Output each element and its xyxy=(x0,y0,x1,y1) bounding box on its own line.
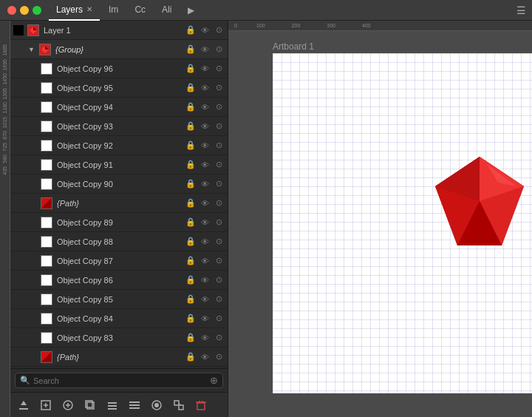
item-visibility-icon-5[interactable]: 👁 xyxy=(199,160,211,169)
item-lock-icon-11: 🔒 xyxy=(185,275,197,285)
flatten-button[interactable] xyxy=(102,396,123,415)
layer-item-1[interactable]: Object Copy 95 🔒 👁 ⊙ xyxy=(10,78,228,98)
item-name-10: Object Copy 87 xyxy=(57,257,185,265)
tab-layers-close[interactable]: ✕ xyxy=(86,5,92,13)
item-options-icon-12[interactable]: ⊙ xyxy=(213,294,225,304)
item-options-icon-10[interactable]: ⊙ xyxy=(213,256,225,265)
item-visibility-icon-3[interactable]: 👁 xyxy=(199,122,211,131)
svg-point-21 xyxy=(154,403,159,407)
item-visibility-icon-1[interactable]: 👁 xyxy=(199,84,211,92)
expand-button[interactable] xyxy=(33,6,41,15)
shape-button[interactable] xyxy=(168,396,189,415)
layer-item-5[interactable]: Object Copy 91 🔒 👁 ⊙ xyxy=(10,155,228,174)
obj-thumb xyxy=(41,63,52,75)
svg-rect-17 xyxy=(129,401,140,403)
close-button[interactable] xyxy=(7,6,16,15)
new-layer-button[interactable] xyxy=(35,396,56,415)
group-icon xyxy=(39,44,51,55)
mask-button[interactable] xyxy=(146,396,167,415)
visibility-icon[interactable]: 👁 xyxy=(199,26,211,35)
item-visibility-icon-12[interactable]: 👁 xyxy=(199,295,211,304)
layer-item-3[interactable]: Object Copy 93 🔒 👁 ⊙ xyxy=(10,117,228,136)
options-icon[interactable]: ⊙ xyxy=(213,25,225,35)
layer-item-14[interactable]: Object Copy 83 🔒 👁 ⊙ xyxy=(10,328,228,348)
add-group-button[interactable] xyxy=(58,396,78,415)
tab-im[interactable]: Im xyxy=(101,0,126,21)
tab-ali[interactable]: Ali xyxy=(154,0,179,21)
item-options-icon-3[interactable]: ⊙ xyxy=(213,121,225,131)
item-icons-4: 🔒 👁 ⊙ xyxy=(185,140,225,150)
item-visibility-icon-13[interactable]: 👁 xyxy=(199,314,211,323)
item-visibility-icon-4[interactable]: 👁 xyxy=(199,141,211,150)
svg-rect-4 xyxy=(19,408,28,410)
item-icons-3: 🔒 👁 ⊙ xyxy=(185,121,225,131)
item-options-icon-4[interactable]: ⊙ xyxy=(213,140,225,150)
tab-overflow[interactable]: ▶ xyxy=(180,5,201,16)
item-options-icon-13[interactable]: ⊙ xyxy=(213,313,225,323)
layer-item-4[interactable]: Object Copy 92 🔒 👁 ⊙ xyxy=(10,136,228,155)
artboard[interactable] xyxy=(273,53,532,393)
item-visibility-icon-2[interactable]: 👁 xyxy=(199,103,211,112)
item-options-icon-9[interactable]: ⊙ xyxy=(213,237,225,246)
group-header[interactable]: ▼ {Group} 🔒 👁 ⊙ xyxy=(10,40,228,59)
tab-layers[interactable]: Layers ✕ xyxy=(49,0,100,21)
obj-thumb xyxy=(41,121,52,132)
expand-arrow[interactable]: ▼ xyxy=(28,46,38,53)
layer-item-12[interactable]: Object Copy 85 🔒 👁 ⊙ xyxy=(10,290,228,309)
tab-cc[interactable]: Cc xyxy=(127,0,153,21)
layer-item-9[interactable]: Object Copy 88 🔒 👁 ⊙ xyxy=(10,232,228,251)
item-options-icon-6[interactable]: ⊙ xyxy=(213,179,225,189)
layer-item-7[interactable]: {Path} 🔒 👁 ⊙ xyxy=(10,194,228,213)
duplicate-button[interactable] xyxy=(80,396,100,415)
item-visibility-icon-9[interactable]: 👁 xyxy=(199,237,211,246)
group-options-icon[interactable]: ⊙ xyxy=(213,44,225,54)
item-options-icon-11[interactable]: ⊙ xyxy=(213,275,225,285)
item-visibility-icon-0[interactable]: 👁 xyxy=(199,64,211,73)
item-visibility-icon-7[interactable]: 👁 xyxy=(199,199,211,208)
item-options-icon-14[interactable]: ⊙ xyxy=(213,333,225,342)
layer-item-0[interactable]: Object Copy 96 🔒 👁 ⊙ xyxy=(10,59,228,78)
search-icon: 🔍 xyxy=(20,376,30,385)
canvas-scroll[interactable]: Artboard 1 xyxy=(228,31,532,417)
item-options-icon-8[interactable]: ⊙ xyxy=(213,217,225,227)
layer-item-11[interactable]: Object Copy 86 🔒 👁 ⊙ xyxy=(10,271,228,290)
item-visibility-icon-11[interactable]: 👁 xyxy=(199,276,211,285)
item-options-icon-15[interactable]: ⊙ xyxy=(213,352,225,362)
layer-item-2[interactable]: Object Copy 94 🔒 👁 ⊙ xyxy=(10,98,228,117)
item-lock-icon-5: 🔒 xyxy=(185,160,197,169)
search-magnifier-icon[interactable]: ⊕ xyxy=(210,375,218,386)
ruler-mark-5: 1160 xyxy=(2,101,7,115)
item-options-icon-5[interactable]: ⊙ xyxy=(213,160,225,169)
delete-button[interactable] xyxy=(191,396,211,415)
minimize-button[interactable] xyxy=(20,6,29,15)
item-visibility-icon-8[interactable]: 👁 xyxy=(199,218,211,227)
ruler-200: 200 xyxy=(279,23,314,28)
item-thumb-9 xyxy=(40,235,53,248)
search-input[interactable] xyxy=(33,376,207,385)
merge-button[interactable] xyxy=(124,396,145,415)
item-name-14: Object Copy 83 xyxy=(57,333,185,342)
item-visibility-icon-15[interactable]: 👁 xyxy=(199,353,211,362)
item-visibility-icon-14[interactable]: 👁 xyxy=(199,333,211,342)
group-visibility-icon[interactable]: 👁 xyxy=(199,45,211,54)
item-visibility-icon-6[interactable]: 👁 xyxy=(199,180,211,189)
item-options-icon-2[interactable]: ⊙ xyxy=(213,102,225,112)
item-thumb-1 xyxy=(40,81,53,95)
item-thumb-3 xyxy=(40,120,53,133)
panel-options-icon[interactable]: ☰ xyxy=(516,4,526,16)
item-visibility-icon-10[interactable]: 👁 xyxy=(199,257,211,265)
layer-item-15[interactable]: {Path} 🔒 👁 ⊙ xyxy=(10,348,228,367)
layer-item-13[interactable]: Object Copy 84 🔒 👁 ⊙ xyxy=(10,309,228,328)
item-options-icon-1[interactable]: ⊙ xyxy=(213,83,225,92)
item-thumb-8 xyxy=(40,216,53,229)
item-options-icon-0[interactable]: ⊙ xyxy=(213,64,225,73)
item-icons-8: 🔒 👁 ⊙ xyxy=(185,217,225,227)
layer-1-icons: 🔒 👁 ⊙ xyxy=(185,25,225,35)
layer-item-8[interactable]: Object Copy 89 🔒 👁 ⊙ xyxy=(10,213,228,232)
layer-item-10[interactable]: Object Copy 87 🔒 👁 ⊙ xyxy=(10,251,228,271)
obj-thumb xyxy=(41,236,52,248)
item-options-icon-7[interactable]: ⊙ xyxy=(213,198,225,208)
layer-item-6[interactable]: Object Copy 90 🔒 👁 ⊙ xyxy=(10,174,228,194)
layer-1-header[interactable]: Layer 1 🔒 👁 ⊙ xyxy=(10,21,228,40)
move-selection-button[interactable] xyxy=(13,396,34,415)
